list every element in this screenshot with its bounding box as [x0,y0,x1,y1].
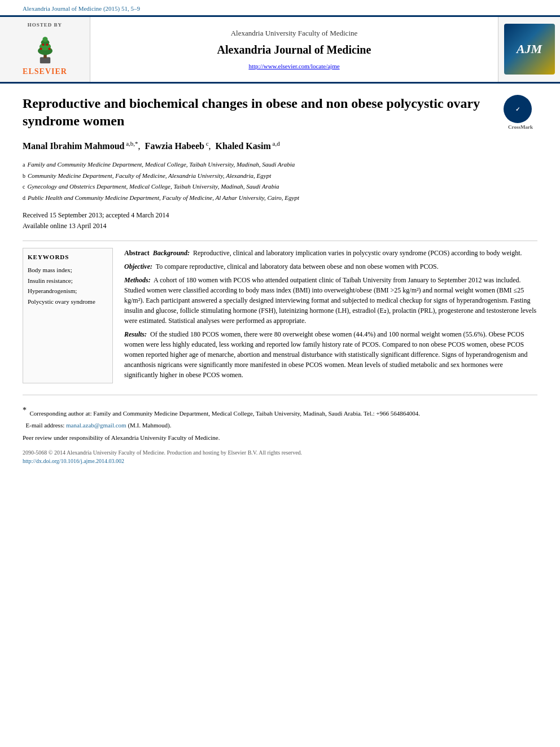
journal-header: HOSTED BY [0,15,560,83]
journal-url-link[interactable]: http://www.elsevier.com/locate/ajme [248,63,339,69]
article-content: Reproductive and biochemical changes in … [0,84,560,477]
hosted-by-label: HOSTED BY [28,21,62,29]
author-1-name: Manal Ibrahim Mahmoud [23,141,124,151]
author-2-name: Fawzia Habeeb [145,141,204,151]
footnote-star-icon: * [23,406,27,414]
journal-url[interactable]: http://www.elsevier.com/locate/ajme [248,62,339,71]
journal-citation[interactable]: Alexandria Journal of Medicine (2015) 51… [0,0,560,15]
ajm-logo-section: AJM [498,17,560,81]
ajm-logo-box: AJM [504,24,555,75]
abstract-keywords-section: KEYWORDS Body mass index; Insulin resist… [23,241,537,383]
affil-4-sup: d [23,194,25,203]
affil-2: b Community Medicine Department, Faculty… [23,171,537,181]
svg-point-8 [42,43,44,46]
affil-3-text: Gynecology and Obstetrics Department, Me… [27,182,279,192]
svg-point-5 [42,37,47,42]
background-label: Background: [153,249,190,257]
svg-point-9 [46,43,48,46]
abstract-background: Abstract Background: Reproductive, clini… [124,248,537,258]
crossmark-label: CrossMark [504,124,537,131]
affil-3: c Gynecology and Obstetrics Department, … [23,182,537,192]
footnote-peer-review: Peer review under responsibility of Alex… [23,433,537,443]
keyword-4: Polycystic ovary syndrome [28,298,108,306]
crossmark-badge[interactable]: ✓ [504,95,532,123]
affil-2-sup: b [23,172,25,181]
abstract-methods: Methods: A cohort of 180 women with PCOS… [124,275,537,326]
keywords-box: KEYWORDS Body mass index; Insulin resist… [23,248,113,383]
svg-point-7 [48,48,50,50]
elsevier-logo: ELSEVIER [23,31,67,77]
abstract-text: Abstract Background: Reproductive, clini… [124,248,537,383]
elsevier-tree-icon [28,31,62,65]
ajm-logo-text: AJM [517,41,542,58]
dates-section: Received 15 September 2013; accepted 4 M… [23,210,537,231]
doi-link-container[interactable]: http://dx.doi.org/10.1016/j.ajme.2014.03… [23,457,537,465]
affil-1-text: Family and Community Medicine Department… [27,160,295,170]
affil-1-sup: a [23,160,25,169]
svg-point-6 [40,48,42,50]
journal-citation-link[interactable]: Alexandria Journal of Medicine (2015) 51… [23,5,140,12]
doi-link[interactable]: http://dx.doi.org/10.1016/j.ajme.2014.03… [23,458,124,464]
svg-text:✓: ✓ [515,106,520,112]
footnote-corresponding: * Corresponding author at: Family and Co… [23,404,537,418]
affiliations-section: a Family and Community Medicine Departme… [23,160,537,203]
author-2-sup: c [204,140,209,147]
page-wrapper: Alexandria Journal of Medicine (2015) 51… [0,0,560,747]
keyword-2: Insulin resistance; [28,277,108,285]
elsevier-name: ELSEVIER [23,66,67,77]
author-1-sup: a,b,* [124,140,138,147]
university-name: Alexandria University Faculty of Medicin… [231,28,358,38]
affil-4: d Public Health and Community Medicine D… [23,193,537,203]
abstract-label: Abstract [124,249,153,257]
affil-2-text: Community Medicine Department, Faculty o… [28,171,271,181]
copyright-text: 2090-5068 © 2014 Alexandria University F… [23,448,537,457]
elsevier-section: HOSTED BY [0,17,90,81]
footnote-email: E-mail address: manal.azab@gmail.com (M.… [23,421,537,431]
received-date: Received 15 September 2013; accepted 4 M… [23,210,537,221]
journal-title: Alexandria Journal of Medicine [217,42,371,58]
keywords-title: KEYWORDS [28,253,108,261]
footnotes-section: * Corresponding author at: Family and Co… [23,404,537,443]
available-date: Available online 13 April 2014 [23,221,537,231]
section-divider [23,395,537,395]
authors-line: Manal Ibrahim Mahmoud a,b,*, Fawzia Habe… [23,139,537,153]
keyword-3: Hyperandrogenism; [28,287,108,295]
objective-label: Objective: [124,263,152,270]
results-label: Results: [124,330,147,338]
crossmark-section[interactable]: ✓ CrossMark [504,95,537,131]
methods-label: Methods: [124,276,151,284]
affil-4-text: Public Health and Community Medicine Dep… [28,193,299,203]
email-link[interactable]: manal.azab@gmail.com [66,422,126,429]
abstract-results: Results: Of the studied 180 PCOS women, … [124,329,537,380]
page-footer: 2090-5068 © 2014 Alexandria University F… [23,448,537,465]
article-title-text: Reproductive and biochemical changes in … [23,96,480,128]
author-3-sup: a,d [271,140,280,147]
abstract-objective: Objective: To compare reproductive, clin… [124,261,537,272]
journal-info: Alexandria University Faculty of Medicin… [90,17,498,81]
keyword-1: Body mass index; [28,266,108,274]
crossmark-icon: ✓ [509,101,526,117]
article-title-section: Reproductive and biochemical changes in … [23,95,537,130]
author-3-name: Khaled Kasim [216,141,271,151]
affil-3-sup: c [23,182,25,191]
affil-1: a Family and Community Medicine Departme… [23,160,537,170]
